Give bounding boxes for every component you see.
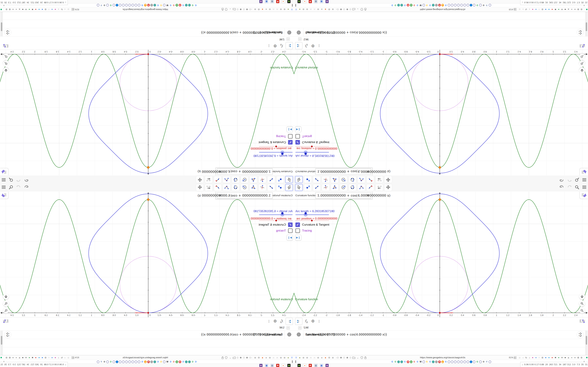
bookmark-favicon[interactable] xyxy=(138,4,140,7)
bookmark-favicon[interactable]: f xyxy=(485,4,488,7)
zoom-out-button[interactable] xyxy=(579,53,585,59)
pause-icon[interactable]: ∥ xyxy=(292,4,293,7)
extension-icon[interactable]: ⊕ xyxy=(302,356,305,359)
extension-icon[interactable]: ● xyxy=(38,356,40,359)
bookmark-favicon[interactable]: G xyxy=(391,4,394,7)
bookmark-favicon[interactable] xyxy=(397,360,400,363)
tool-move[interactable] xyxy=(285,176,293,183)
window-dot-icon[interactable] xyxy=(240,9,242,10)
tool-slider[interactable]: a = 2 xyxy=(205,176,213,183)
folder-icon[interactable] xyxy=(353,8,355,11)
extension-icon[interactable]: ↻ xyxy=(61,356,63,359)
menu-icon[interactable] xyxy=(1,177,6,182)
bookmark-favicon[interactable] xyxy=(106,360,109,363)
extension-icon[interactable]: ● xyxy=(551,8,553,11)
tool-pan[interactable] xyxy=(196,176,204,183)
bookmark-favicon[interactable] xyxy=(97,360,99,363)
tool-point[interactable]: A xyxy=(304,184,312,191)
scrollbar-thumb[interactable] xyxy=(586,336,587,345)
bookmark-favicon[interactable]: ⚙ xyxy=(103,4,106,7)
extension-icon[interactable]: ● xyxy=(15,356,18,359)
tool-line[interactable] xyxy=(268,176,275,183)
tool-perpendicular[interactable] xyxy=(259,176,266,183)
bookmark-favicon[interactable] xyxy=(451,4,453,7)
menu-icon[interactable] xyxy=(582,185,587,190)
extension-icon[interactable]: ● xyxy=(320,8,323,11)
bookmark-favicon[interactable] xyxy=(454,4,457,7)
bookmark-favicon[interactable] xyxy=(125,4,128,7)
bookmark-favicon[interactable] xyxy=(467,360,469,363)
extension-icon[interactable]: ↻ xyxy=(61,8,63,11)
tree-view-button[interactable] xyxy=(295,318,303,325)
extension-icon[interactable]: ● xyxy=(535,356,537,359)
bookmark-favicon[interactable]: G xyxy=(157,360,159,363)
algebra-scrollbar[interactable] xyxy=(0,12,3,36)
extension-icon[interactable]: ● xyxy=(287,356,290,359)
home-button[interactable] xyxy=(3,294,9,300)
bookmark-favicon[interactable]: Я xyxy=(179,360,181,363)
tool-polygon[interactable] xyxy=(250,184,257,191)
zoom-out-button[interactable] xyxy=(3,53,9,59)
taskbar-app-icon[interactable]: ❀ xyxy=(309,0,312,3)
taskbar-app-icon[interactable]: ◉ xyxy=(326,0,329,3)
bookmark-favicon[interactable]: G xyxy=(404,4,406,7)
window-dot-icon[interactable] xyxy=(249,357,251,359)
reader-icon[interactable]: A xyxy=(72,355,74,360)
taskbar-app-icon[interactable]: ▤ xyxy=(270,364,274,367)
extension-icon[interactable]: ⚙ xyxy=(44,356,47,359)
zoom-in-button[interactable] xyxy=(3,60,9,67)
bookmark-favicon[interactable]: G xyxy=(160,4,162,7)
extension-icon[interactable]: ● xyxy=(557,356,560,359)
taskbar-app-icon[interactable]: ▤ xyxy=(314,0,318,3)
taskbar-app-icon[interactable]: ▣ xyxy=(297,364,301,367)
bookmark-favicon[interactable]: G xyxy=(426,4,428,7)
folder-icon[interactable] xyxy=(233,8,235,11)
bookmark-favicon[interactable] xyxy=(460,4,463,7)
home-button[interactable] xyxy=(3,67,9,73)
bookmark-favicon[interactable]: ▲ xyxy=(144,360,147,363)
window-dot-icon[interactable] xyxy=(343,357,345,359)
extension-icon[interactable]: ● xyxy=(22,356,24,359)
taskbar-app-icon[interactable]: ◕ xyxy=(303,364,306,367)
zoom-in-button[interactable] xyxy=(579,60,585,67)
extension-icon[interactable]: ⚙ xyxy=(541,356,544,359)
bookmark-favicon[interactable] xyxy=(473,4,476,7)
extension-icon[interactable]: ■ xyxy=(25,8,27,11)
shield-icon[interactable] xyxy=(225,8,227,11)
extension-icon[interactable]: ○ xyxy=(47,8,50,11)
url-text[interactable]: https://www.geogebra.org/classic/aagcxh3… xyxy=(123,7,168,12)
fx-button[interactable]: fx xyxy=(279,318,285,325)
algebra-panel-toggle[interactable] xyxy=(578,42,587,49)
folder-icon[interactable] xyxy=(233,356,235,359)
extension-icon[interactable]: ● xyxy=(535,8,537,11)
extension-icon[interactable]: ▲ xyxy=(18,356,21,359)
bookmark-favicon[interactable]: G xyxy=(141,4,144,7)
bookmark-favicon[interactable]: ⚙ xyxy=(482,360,485,363)
bookmark-favicon[interactable]: G xyxy=(169,360,172,363)
bookmark-favicon[interactable]: G xyxy=(109,4,112,7)
bookmark-favicon[interactable] xyxy=(400,4,403,7)
tool-point[interactable]: A xyxy=(276,184,284,191)
algebra-row[interactable]: funcs = {1.000000000000 + cos(4.00000000… xyxy=(0,347,294,356)
taskbar-app-icon[interactable]: ▦ xyxy=(265,364,268,367)
arc-position-slider-thumb[interactable] xyxy=(275,220,277,221)
settings-button[interactable]: ⚙ xyxy=(310,42,316,49)
lock-icon[interactable] xyxy=(222,356,224,359)
window-dot-icon[interactable] xyxy=(343,9,345,10)
extension-icon[interactable]: ⚙ xyxy=(257,8,260,11)
bookmark-favicon[interactable]: G xyxy=(444,360,447,363)
stylebar-toggle[interactable] xyxy=(0,192,8,199)
extension-icon[interactable]: ● xyxy=(564,8,566,11)
extension-icon[interactable]: ⊕ xyxy=(283,8,286,11)
extension-icon[interactable]: → xyxy=(522,8,524,11)
extension-icon[interactable]: ● xyxy=(564,356,566,359)
tool-conic[interactable] xyxy=(349,184,356,191)
tool-reflect[interactable] xyxy=(214,184,222,191)
bookmark-favicon[interactable]: G xyxy=(404,360,406,363)
tool-reflect[interactable] xyxy=(214,176,222,183)
stylebar-toggle[interactable] xyxy=(580,192,588,199)
tool-slider[interactable]: a = 2 xyxy=(205,184,213,191)
extension-icon[interactable]: ■ xyxy=(25,356,27,359)
tool-reflect[interactable] xyxy=(366,184,374,191)
tool-angle[interactable]: α xyxy=(223,176,231,183)
